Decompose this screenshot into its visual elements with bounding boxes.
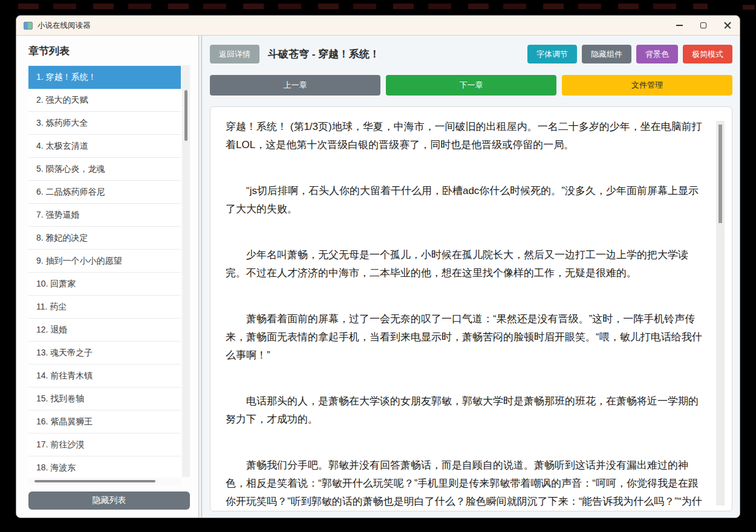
chapter-list-horizontal-scrollbar[interactable]: [28, 478, 181, 485]
close-button[interactable]: [715, 16, 740, 35]
nav-button[interactable]: 上一章: [210, 75, 380, 96]
chapter-item[interactable]: 2. 强大的天赋: [28, 89, 181, 112]
novel-paragraph: 少年名叫萧畅，无父无母是一个孤儿，小时候在孤儿院长大，然后又一边打工一边上学的把…: [226, 246, 705, 282]
toolbar-button[interactable]: 极简模式: [683, 45, 732, 63]
chapter-item[interactable]: 12. 退婚: [28, 319, 181, 342]
chapter-item[interactable]: 16. 紫晶翼狮王: [28, 410, 181, 433]
window-title: 小说在线阅读器: [37, 21, 91, 31]
chapter-list: 1. 穿越！系统！ 2. 强大的天赋 3. 炼药师大全 4. 太极玄清道 5. …: [28, 65, 190, 485]
chapter-item[interactable]: 18. 海波东: [28, 456, 181, 479]
chapter-item[interactable]: 13. 魂天帝之子: [28, 342, 181, 365]
chapter-list-vertical-scrollbar-thumb[interactable]: [184, 90, 187, 141]
novel-paragraph: 电话那头的人，是萧畅在大学谈的女朋友郭敏，郭敏大学时是萧畅那班的班花，在萧畅将近…: [226, 392, 705, 429]
chapter-item[interactable]: 3. 炼药师大全: [28, 112, 181, 135]
minimize-icon: [676, 25, 683, 26]
novel-paragraph: “js切后排啊，石头人你的大留着干什么用，卧槽adc你什么时候死的。”没多久，少…: [226, 182, 705, 218]
toolbar-button[interactable]: 字体调节: [527, 45, 577, 63]
chapter-title: 斗破苍穹 - 穿越！系统！: [268, 47, 380, 61]
minimize-button[interactable]: [667, 16, 691, 35]
topbar: 返回详情 斗破苍穹 - 穿越！系统！ 字体调节 隐藏组件 背景色 极简模式: [210, 45, 732, 63]
chapter-item[interactable]: 5. 陨落心炎，龙魂: [28, 158, 181, 181]
hide-list-button[interactable]: 隐藏列表: [28, 491, 190, 510]
novel-paragraph: 萧畅我们分手吧。郭敏并没有回答萧畅话，而是自顾自的说道。萧畅听到这话并没有漏出难…: [226, 456, 705, 511]
sidebar-title: 章节列表: [28, 44, 190, 58]
maximize-button[interactable]: [691, 16, 715, 35]
chapter-item[interactable]: 4. 太极玄清道: [28, 135, 181, 158]
chapter-items: 1. 穿越！系统！ 2. 强大的天赋 3. 炼药师大全 4. 太极玄清道 5. …: [28, 66, 181, 479]
toolbar-button[interactable]: 隐藏组件: [582, 45, 631, 63]
background-window-artifact: [18, 4, 708, 9]
reader-vertical-scrollbar[interactable]: [716, 121, 725, 505]
close-icon: [724, 22, 731, 29]
novel-text: 穿越！系统！ (第1/3页)地球，华夏，中海市，一间破旧的出租屋内。一名二十多岁…: [226, 118, 705, 511]
main-area: 返回详情 斗破苍穹 - 穿越！系统！ 字体调节 隐藏组件 背景色 极简模式: [202, 36, 740, 517]
chapter-list-horizontal-scrollbar-thumb[interactable]: [34, 480, 155, 482]
chapter-item[interactable]: 6. 二品炼药师谷尼: [28, 181, 181, 204]
chapter-item[interactable]: 8. 雅妃的决定: [28, 227, 181, 250]
window-body: 章节列表 1. 穿越！系统！ 2. 强大的天赋 3. 炼药师大全 4. 太极玄清…: [16, 36, 740, 517]
chapter-item[interactable]: 10. 回萧家: [28, 273, 181, 296]
chapter-navbar: 上一章 下一章 文件管理: [210, 75, 732, 96]
back-to-details-button[interactable]: 返回详情: [210, 45, 259, 63]
novel-paragraph: 穿越！系统！ (第1/3页)地球，华夏，中海市，一间破旧的出租屋内。一名二十多岁…: [226, 118, 705, 154]
chapter-item[interactable]: 7. 强势逼婚: [28, 204, 181, 227]
toolbar-button[interactable]: 背景色: [636, 45, 678, 63]
chapter-sidebar: 章节列表 1. 穿越！系统！ 2. 强大的天赋 3. 炼药师大全 4. 太极玄清…: [16, 36, 199, 517]
window-controls: [667, 16, 740, 35]
chapter-item[interactable]: 1. 穿越！系统！: [28, 66, 181, 89]
chapter-item[interactable]: 9. 抽到一个小小的愿望: [28, 250, 181, 273]
reader-panel: 穿越！系统！ (第1/3页)地球，华夏，中海市，一间破旧的出租屋内。一名二十多岁…: [210, 106, 732, 511]
toolbar: 字体调节 隐藏组件 背景色 极简模式: [527, 45, 732, 63]
app-window: 小说在线阅读器 章节列表 1. 穿越！系统！ 2. 强大的天赋 3. 炼药师大全: [16, 15, 740, 518]
chapter-item[interactable]: 15. 找到卷轴: [28, 388, 181, 410]
maximize-icon: [700, 22, 706, 28]
nav-button[interactable]: 文件管理: [562, 75, 732, 96]
reader-vertical-scrollbar-thumb[interactable]: [719, 125, 722, 223]
chapter-item[interactable]: 17. 前往沙漠: [28, 433, 181, 456]
background-window-artifact: [743, 5, 755, 10]
app-icon: [24, 22, 33, 30]
novel-paragraph: 萧畅看着面前的屏幕，过了一会无奈的叹了一口气道：“果然还是没有晋级。”这时，一阵…: [226, 310, 705, 365]
chapter-item[interactable]: 14. 前往青木镇: [28, 365, 181, 388]
titlebar: 小说在线阅读器: [16, 16, 740, 36]
chapter-list-vertical-scrollbar[interactable]: [182, 66, 190, 477]
chapter-item[interactable]: 11. 药尘: [28, 296, 181, 319]
nav-button[interactable]: 下一章: [386, 75, 556, 96]
